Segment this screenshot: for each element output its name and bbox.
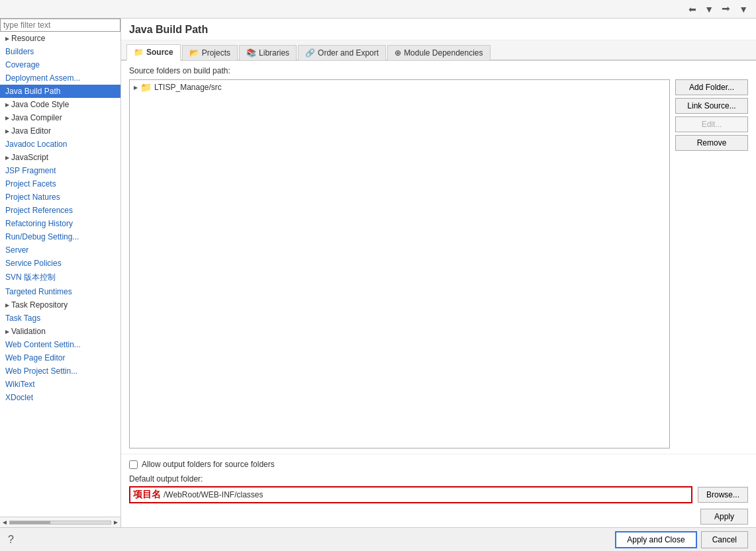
sidebar-item-project-facets[interactable]: Project Facets — [0, 177, 120, 191]
link-source-button[interactable]: Link Source... — [675, 98, 748, 114]
sidebar-item-label: Project References — [5, 206, 73, 215]
sidebar-item-label: Validation — [11, 327, 46, 336]
sidebar-item-web-page-editor[interactable]: Web Page Editor — [0, 351, 120, 364]
tab-icon-source: 📁 — [134, 48, 144, 57]
remove-button[interactable]: Remove — [675, 135, 748, 151]
tab-icon-module-dependencies: ⊕ — [395, 48, 401, 58]
right-panel: Java Build Path 📁Source📂Projects📚Librari… — [121, 19, 756, 527]
tree-folder-icon: 📁 — [140, 82, 152, 93]
tab-label-projects: Projects — [202, 48, 230, 58]
sidebar-item-web-content-settings[interactable]: Web Content Settin... — [0, 338, 120, 351]
project-name-badge: 项目名 — [133, 489, 161, 501]
sidebar-item-refactoring-history[interactable]: Refactoring History — [0, 217, 120, 230]
sidebar-item-label: Project Facets — [5, 179, 56, 189]
tab-module-dependencies[interactable]: ⊕Module Dependencies — [387, 45, 490, 60]
sidebar-expand-arrow: ▶ — [5, 128, 9, 134]
sidebar-item-targeted-runtimes[interactable]: Targeted Runtimes — [0, 285, 120, 298]
sidebar-item-service-policies[interactable]: Service Policies — [0, 257, 120, 270]
tree-panel: ▶ 📁 LTISP_Manage/src — [129, 79, 670, 448]
sidebar-item-java-build-path[interactable]: Java Build Path — [0, 85, 120, 98]
sidebar-item-label: Web Page Editor — [5, 353, 66, 362]
sidebar-item-java-compiler[interactable]: ▶Java Compiler — [0, 111, 120, 124]
scroll-left-arrow[interactable]: ◄ — [1, 519, 8, 526]
tab-order-export[interactable]: 🔗Order and Export — [298, 45, 386, 60]
sidebar-item-project-natures[interactable]: Project Natures — [0, 191, 120, 204]
sidebar-item-label: Run/Debug Setting... — [5, 232, 79, 241]
sidebar-item-builders[interactable]: Builders — [0, 45, 120, 58]
checkbox-label: Allow output folders for source folders — [142, 460, 275, 469]
sidebar-filter-input[interactable] — [0, 19, 120, 32]
edit-button[interactable]: Edit... — [675, 116, 748, 132]
sidebar-item-label: Web Project Settin... — [5, 366, 77, 376]
sidebar-item-svn[interactable]: SVN 版本控制 — [0, 270, 120, 285]
sidebar-item-web-project-settings[interactable]: Web Project Settin... — [0, 364, 120, 378]
tab-icon-libraries: 📚 — [246, 48, 256, 58]
sidebar-item-label: Refactoring History — [5, 219, 73, 228]
tab-projects[interactable]: 📂Projects — [182, 45, 238, 60]
sidebar-item-java-code-style[interactable]: ▶Java Code Style — [0, 98, 120, 111]
main-area: ▶ResourceBuildersCoverageDeployment Asse… — [0, 19, 756, 527]
output-folder-input[interactable] — [164, 490, 688, 499]
sidebar-item-resource[interactable]: ▶Resource — [0, 32, 120, 45]
sidebar-item-label: Task Repository — [11, 300, 68, 310]
sidebar-expand-arrow: ▶ — [5, 36, 9, 42]
sidebar-item-project-references[interactable]: Project References — [0, 204, 120, 217]
sidebar-item-javascript[interactable]: ▶JavaScript — [0, 151, 120, 164]
tab-label-module-dependencies: Module Dependencies — [404, 48, 483, 58]
sidebar-item-wikitext[interactable]: WikiText — [0, 378, 120, 391]
browse-button[interactable]: Browse... — [698, 487, 748, 503]
footer: ? Apply and Close Cancel — [0, 527, 756, 551]
sidebar-item-xdoclet[interactable]: XDoclet — [0, 391, 120, 404]
add-folder-button[interactable]: Add Folder... — [675, 79, 748, 95]
sidebar-item-label: Web Content Settin... — [5, 340, 81, 349]
tab-source[interactable]: 📁Source — [126, 44, 181, 61]
sidebar-item-label: Resource — [11, 34, 45, 43]
sidebar-item-label: Java Code Style — [11, 100, 69, 109]
sidebar-item-label: JavaScript — [11, 153, 48, 162]
action-buttons-panel: Add Folder... Link Source... Edit... Rem… — [675, 79, 748, 448]
tree-item-label: LTISP_Manage/src — [154, 83, 222, 92]
sidebar-item-java-editor[interactable]: ▶Java Editor — [0, 124, 120, 138]
apply-row: Apply — [121, 506, 756, 527]
nav-up-button[interactable]: ▼ — [736, 3, 751, 16]
sidebar-item-task-repository[interactable]: ▶Task Repository — [0, 298, 120, 312]
tab-icon-projects: 📂 — [189, 48, 199, 58]
sidebar-expand-arrow: ▶ — [5, 155, 9, 161]
tab-icon-order-export: 🔗 — [305, 48, 315, 58]
sidebar-item-run-debug-settings[interactable]: Run/Debug Setting... — [0, 230, 120, 243]
help-icon[interactable]: ? — [8, 534, 14, 546]
scroll-right-arrow[interactable]: ► — [113, 519, 119, 526]
tab-label-source: Source — [146, 48, 173, 57]
cancel-button[interactable]: Cancel — [701, 531, 748, 548]
tab-libraries[interactable]: 📚Libraries — [239, 45, 297, 60]
nav-dropdown-button[interactable]: ▼ — [702, 3, 716, 16]
sidebar-expand-arrow: ▶ — [5, 302, 9, 308]
sidebar-item-label: JSP Fragment — [5, 166, 56, 175]
sidebar-item-label: WikiText — [5, 380, 35, 389]
sidebar-item-label: Java Compiler — [11, 113, 62, 122]
sidebar: ▶ResourceBuildersCoverageDeployment Asse… — [0, 19, 121, 527]
sidebar-item-javadoc-location[interactable]: Javadoc Location — [0, 138, 120, 151]
sidebar-item-label: Javadoc Location — [5, 140, 67, 149]
sidebar-item-jsp-fragment[interactable]: JSP Fragment — [0, 164, 120, 177]
sidebar-item-coverage[interactable]: Coverage — [0, 58, 120, 71]
apply-close-button[interactable]: Apply and Close — [615, 531, 696, 548]
sidebar-item-label: Deployment Assem... — [5, 73, 80, 83]
sidebar-item-label: Targeted Runtimes — [5, 287, 72, 296]
sidebar-expand-arrow: ▶ — [5, 329, 9, 335]
output-folder-label: Default output folder: — [129, 474, 748, 484]
sidebar-item-server[interactable]: Server — [0, 243, 120, 257]
sidebar-item-deployment-assem[interactable]: Deployment Assem... — [0, 71, 120, 85]
scroll-track[interactable] — [9, 521, 111, 525]
tree-item[interactable]: ▶ 📁 LTISP_Manage/src — [130, 80, 669, 95]
sidebar-item-validation[interactable]: ▶Validation — [0, 325, 120, 338]
nav-forward-button[interactable]: ⮕ — [719, 3, 733, 16]
sidebar-expand-arrow: ▶ — [5, 102, 9, 108]
allow-output-folders-checkbox[interactable] — [129, 460, 138, 469]
sidebar-item-label: Project Natures — [5, 192, 60, 202]
nav-back-button[interactable]: ⬅ — [686, 3, 699, 16]
sidebar-item-label: Coverage — [5, 60, 40, 69]
sidebar-item-label: Java Build Path — [5, 87, 60, 96]
sidebar-item-task-tags[interactable]: Task Tags — [0, 312, 120, 325]
apply-button[interactable]: Apply — [700, 509, 748, 525]
